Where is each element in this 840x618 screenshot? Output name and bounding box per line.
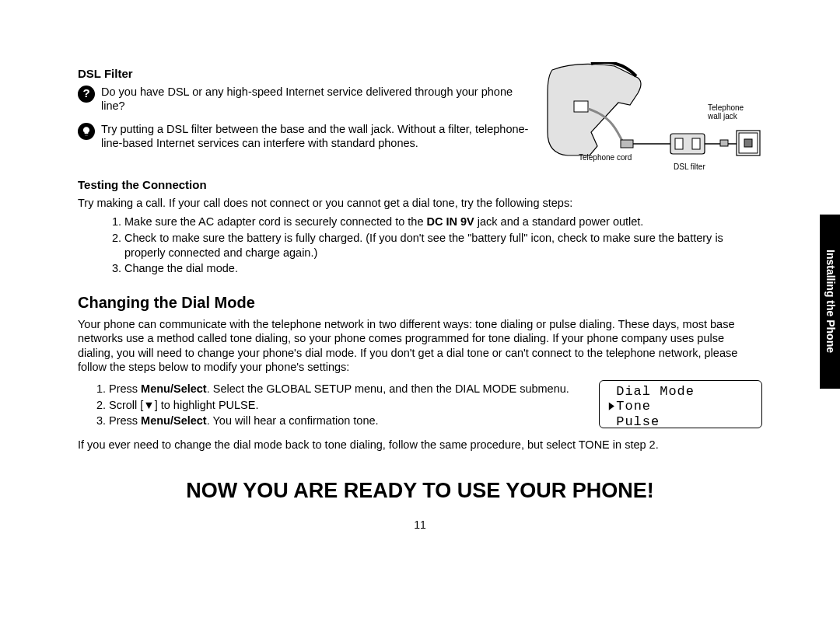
list-item: Change the dial mode. — [124, 261, 762, 276]
svg-rect-7 — [720, 140, 728, 146]
svg-rect-0 — [574, 101, 588, 112]
list-item: Press Menu/Select. You will hear a confi… — [109, 414, 590, 428]
page-number: 11 — [78, 518, 762, 532]
dial-mode-after: If you ever need to change the dial mode… — [78, 438, 762, 452]
ready-banner: NOW YOU ARE READY TO USE YOUR PHONE! — [78, 478, 762, 505]
testing-heading: Testing the Connection — [78, 178, 762, 193]
dsl-tip-text: Try putting a DSL filter between the bas… — [101, 122, 537, 150]
testing-steps-list: Make sure the AC adapter cord is securel… — [78, 215, 762, 276]
dial-mode-intro: Your phone can communicate with the tele… — [78, 317, 762, 374]
label-wall-jack: Telephonewall jack — [708, 104, 744, 120]
svg-rect-5 — [692, 138, 700, 149]
dsl-question-text: Do you have DSL or any high-speed Intern… — [101, 85, 537, 113]
list-item: Check to make sure the battery is fully … — [124, 231, 762, 260]
lightbulb-icon — [78, 123, 95, 140]
testing-intro: Try making a call. If your call does not… — [78, 196, 762, 210]
list-item: Make sure the AC adapter cord is securel… — [124, 215, 762, 229]
dsl-diagram: Telephonewall jack Telephone cord DSL fi… — [544, 62, 762, 167]
label-dsl-filter: DSL filter — [674, 163, 705, 172]
label-telephone-cord: Telephone cord — [579, 154, 632, 162]
list-item: Scroll [▼] to highlight PULSE. — [109, 398, 590, 413]
dial-mode-heading: Changing the Dial Mode — [78, 293, 762, 312]
lcd-screen: Dial Mode ▶Tone Pulse — [599, 380, 762, 428]
section-tab: Installing the Phone — [820, 215, 840, 389]
page-content: DSL Filter ? Do you have DSL or any high… — [78, 62, 762, 532]
question-icon: ? — [78, 86, 95, 103]
list-item: Press Menu/Select. Select the GLOBAL SET… — [109, 382, 590, 396]
svg-rect-10 — [744, 139, 752, 147]
dsl-filter-heading: DSL Filter — [78, 67, 537, 82]
dial-mode-steps-list: Press Menu/Select. Select the GLOBAL SET… — [78, 382, 590, 429]
svg-rect-1 — [621, 140, 633, 148]
svg-rect-4 — [675, 138, 683, 149]
